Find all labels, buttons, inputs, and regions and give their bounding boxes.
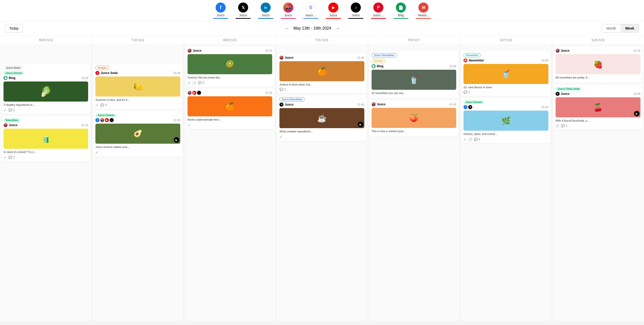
card-text-newsletter-sat: SJ: new flavour in town — [463, 86, 548, 89]
nav-blog-underline — [393, 18, 408, 19]
nav-newsletter-label: Newsl... — [418, 14, 429, 17]
nav-youtube[interactable]: ▶ Jusco — [326, 3, 341, 21]
ig-icon-thu: 📷 — [279, 56, 283, 60]
mail-icon-sat: ✉ — [463, 58, 467, 62]
card-jusco-greens-tue[interactable]: Jusco Greens f 📷 ▶ ♪ 21:43 🥑 ▶ Jusco Gre… — [93, 111, 182, 156]
card-img-blog-fri: 🥤 — [372, 70, 456, 90]
card-smoothie-sun[interactable]: 📷 Jusco 21:42 🍓 All smoothies are pretty… — [554, 47, 642, 83]
card-peach-fri[interactable]: 📷 Jusco 21:42 🍑 This is how a nutrient p… — [370, 100, 458, 136]
nav-pinterest[interactable]: P Jusco ... — [371, 3, 386, 21]
card-text-citrus-soda-sun: With #JuscoCitrusSoda, y... — [556, 119, 640, 123]
card-footer-orange: ✓ — [188, 123, 272, 127]
check-icon-orange: ✓ — [188, 123, 191, 127]
card-image: 🥬 — [4, 82, 88, 102]
day-header-wed: WED 5/15 — [184, 36, 276, 44]
platform-ig-label-thu: Jusco — [285, 56, 293, 59]
nav-newsletter[interactable]: ✉ Newsl... — [416, 3, 431, 21]
nav-go-label: Jusco ... — [305, 14, 316, 17]
card-time-kiwi: 01:41 — [265, 49, 272, 52]
tag-articles-fri: Articles — [372, 59, 385, 63]
card-time-recipes: 15:38 — [173, 71, 180, 74]
month-view-button[interactable]: Month — [602, 24, 621, 32]
tiktok-icon: ♪ — [351, 3, 361, 13]
card-text-kiwi: Yummy! Did you know tha... — [188, 76, 272, 79]
card-greens-sat[interactable]: Jusco Greens f 𝕏 21:44 🌿 Greens, spice, … — [461, 98, 550, 143]
card-text-smoothies: In need of a boost? Try o... — [4, 150, 88, 154]
day-col-sat: Promotion ✉ Newsletter 15:38 🥤 SJ: new f… — [460, 45, 552, 321]
card-img-newsletter-sat: 🥤 — [463, 64, 548, 84]
card-footer-smoothies-thu: ✓ — [279, 135, 364, 139]
tag-citrus-soda-sun: Jusco Citrus Soda — [556, 87, 582, 91]
citrus-soda-sun-image: 🍒 — [556, 97, 640, 117]
ig-icon-tue: 📷 — [100, 118, 104, 122]
card-promotion-sat[interactable]: Promotion ✉ Newsletter 15:38 🥤 SJ: new f… — [461, 51, 550, 96]
blog-icon: 📄 — [396, 3, 406, 13]
card-text-blog-fri: 10 smoothies you can ma... — [372, 91, 456, 95]
linkedin-icon: in — [261, 3, 271, 13]
card-footer-smoothies: ✓ 💬 2 — [4, 155, 88, 159]
card-time-peach: 21:42 — [449, 103, 456, 106]
clock-icon-sun: 🕐 — [556, 124, 559, 127]
nav-blog[interactable]: 📄 Blog — [393, 3, 408, 21]
card-jusco-detox[interactable]: Jusco Detox Jusco Greens 📄 Blog 15:38 🥬 … — [2, 64, 90, 114]
card-img-greens-tue: 🥑 ▶ — [95, 124, 180, 144]
top-nav: f Jusco 𝕏 Jusco in Jusco 📷 Jusco G Jusco… — [0, 0, 644, 21]
card-footer-citrus: 💬 2 — [279, 88, 364, 91]
check-icon-smoothies: ✓ — [4, 155, 7, 159]
platform-ig-sun: 📷 Jusco — [556, 49, 570, 53]
check-icon-greens-tue: ✓ — [95, 150, 98, 154]
tt-icon-wed: ♪ — [197, 91, 201, 95]
week-view-button[interactable]: Week — [621, 24, 639, 32]
card-footer-newsletter-sat: 💬 2 — [463, 91, 548, 94]
card-smoothies-thu[interactable]: Jusco Smoothies 𝕏 Jusco 21:45 ☕ ▶ What c… — [277, 95, 366, 141]
card-citrus-soda-sun[interactable]: Jusco Citrus Soda 𝕏 Jusco 21:45 🍒 ▶ With… — [554, 85, 642, 129]
nav-tiktok[interactable]: ♪ Jusco — [348, 3, 363, 21]
card-blog-header: 📄 Blog 15:38 — [4, 76, 88, 80]
card-smoothies-fri[interactable]: Jusco Smoothies Articles 📄 Blog 15:38 🥤 … — [370, 51, 458, 98]
nav-linkedin[interactable]: in Jusco — [258, 3, 273, 21]
card-time-smoothies: 21:41 — [81, 124, 88, 127]
card-text-smoothies-thu: What creative ingredients... — [279, 130, 364, 133]
clock-icon-greens-sat: 🕐 — [468, 138, 472, 141]
date-nav: ← May 13th - 19th 2024 → — [285, 26, 340, 31]
day-header-fri: FRI 5/17 — [368, 36, 460, 44]
prev-arrow[interactable]: ← — [285, 26, 289, 31]
recipes-image: 🍋 — [95, 76, 180, 97]
tag-jusco-greens-sat: Jusco Greens — [463, 100, 484, 104]
nav-instagram[interactable]: 📷 Jusco — [281, 3, 296, 21]
check-icon-smoothies-thu: ✓ — [279, 135, 282, 139]
card-text-greens-tue: Jusco Greens makes sure... — [95, 145, 180, 149]
x-icon-sun: 𝕏 — [556, 92, 560, 96]
day-col-tue: recipes P Jusco Soda 15:38 🍋 Summer is h… — [92, 45, 184, 321]
day-col-thu: 📷 Jusco 21:42 🍊 Justice is done when Jus… — [276, 45, 368, 321]
platform-ig-wed: 📷 Jusco — [188, 49, 202, 53]
nav-ig-label: Jusco — [284, 14, 292, 17]
card-kiwi-wed[interactable]: 📷 Jusco 01:41 🥝 Yummy! Did you know tha.… — [186, 47, 274, 87]
orange-image: 🍊 — [188, 96, 272, 116]
card-smoothies-mon[interactable]: Smoothies 📷 Jusco 21:41 🧃 In need of a b… — [2, 116, 90, 161]
card-text-smoothie-sun: All smoothies are pretty. S... — [556, 76, 640, 79]
comment-icon-recipes: 💬 3 — [100, 103, 107, 107]
card-header-smoothies-thu: 𝕏 Jusco 21:45 — [279, 103, 364, 107]
nav-x[interactable]: 𝕏 Jusco — [236, 3, 251, 21]
platform-x-sun: 𝕏 Jusco — [556, 92, 570, 96]
multi-icons-tue: f 📷 ▶ ♪ — [95, 118, 114, 122]
card-header-recipes: P Jusco Soda 15:38 — [95, 71, 180, 75]
card-text-greens-sat: Greens, spice, and everyt... — [463, 132, 548, 136]
nav-google[interactable]: G Jusco ... — [303, 3, 318, 21]
card-img-kiwi: 🥝 — [188, 54, 272, 74]
card-time-newsletter-sat: 15:38 — [541, 59, 548, 62]
platform-ig-label-sun: Jusco — [561, 49, 570, 52]
ig-icon-sun: 📷 — [556, 49, 560, 53]
today-button[interactable]: Today — [5, 24, 23, 33]
blog-platform-icon: 📄 — [4, 76, 8, 80]
calendar: MON 5/13 TUE 5/14 WED 5/15 THU 5/16 FRI … — [0, 36, 644, 321]
card-img-peach: 🍑 — [372, 108, 456, 128]
platform-ig-fri: 📷 Jusco — [372, 102, 386, 106]
card-citrus-thu[interactable]: 📷 Jusco 21:42 🍊 Justice is done when Jus… — [277, 54, 366, 93]
card-recipes-tue[interactable]: recipes P Jusco Soda 15:38 🍋 Summer is h… — [93, 64, 182, 109]
nav-facebook[interactable]: f Jusco — [213, 3, 228, 21]
next-arrow[interactable]: → — [335, 26, 340, 31]
card-orange-wed[interactable]: 📷 ▶ ♪ 21:41 🍊 Never underestimate the t.… — [186, 89, 274, 129]
card-text-recipes: Summer is here, and it's ti... — [95, 98, 180, 102]
